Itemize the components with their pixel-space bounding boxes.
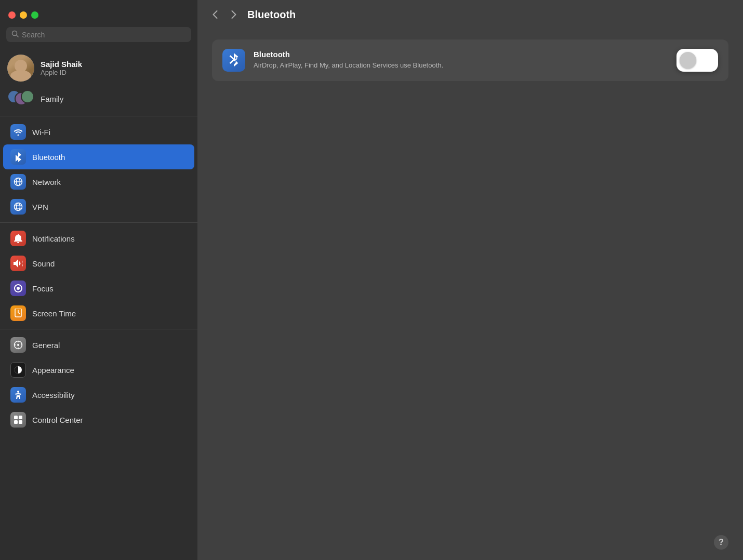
bluetooth-card-icon <box>222 49 245 72</box>
appearance-icon <box>10 362 26 378</box>
search-bar[interactable]: Search <box>6 27 191 42</box>
vpn-icon <box>10 199 26 215</box>
profile-subtitle: Apple ID <box>41 69 82 76</box>
svg-line-1 <box>17 35 19 37</box>
sidebar-item-wifi[interactable]: Wi-Fi <box>3 119 194 144</box>
sidebar-item-vpn[interactable]: VPN <box>3 194 194 219</box>
sidebar-item-notifications-label: Notifications <box>32 234 75 243</box>
focus-icon <box>10 281 26 296</box>
svg-point-19 <box>17 391 19 393</box>
family-avatars <box>7 90 34 108</box>
wifi-icon <box>10 124 26 140</box>
accessibility-icon <box>10 387 26 403</box>
sidebar-item-sound-label: Sound <box>32 259 55 268</box>
search-icon <box>11 30 19 39</box>
main-content: Bluetooth Bluetooth AirDrop, AirPlay, Fi… <box>197 0 743 560</box>
sidebar-item-sound[interactable]: Sound <box>3 251 194 276</box>
svg-rect-21 <box>19 416 22 419</box>
avatar <box>7 55 34 82</box>
sound-icon <box>10 256 26 271</box>
search-placeholder: Search <box>22 31 45 39</box>
minimize-button[interactable] <box>20 11 27 19</box>
profile-name: Sajid Shaik <box>41 60 82 69</box>
fullscreen-button[interactable] <box>31 11 38 19</box>
bluetooth-card-description: AirDrop, AirPlay, Find My, and Location … <box>254 61 668 70</box>
sidebar-item-accessibility-label: Accessibility <box>32 391 75 399</box>
sidebar-item-appearance-label: Appearance <box>32 366 74 375</box>
svg-line-11 <box>18 313 20 314</box>
sidebar-item-bluetooth-label: Bluetooth <box>32 153 65 162</box>
close-button[interactable] <box>8 11 16 19</box>
divider-3 <box>0 329 197 329</box>
profile-section[interactable]: Sajid Shaik Apple ID <box>0 50 197 87</box>
back-button[interactable] <box>208 7 222 22</box>
screentime-icon <box>10 305 26 321</box>
divider-1 <box>0 116 197 116</box>
sidebar: Search Sajid Shaik Apple ID Family Wi <box>0 0 197 560</box>
svg-point-6 <box>17 203 20 211</box>
sidebar-item-general-label: General <box>32 341 60 350</box>
page-title: Bluetooth <box>247 9 296 21</box>
network-icon <box>10 174 26 190</box>
svg-point-5 <box>15 203 22 211</box>
family-label: Family <box>41 95 63 103</box>
controlcenter-icon <box>10 412 26 428</box>
forward-button[interactable] <box>227 7 241 22</box>
notifications-icon <box>10 231 26 246</box>
sidebar-item-screentime-label: Screen Time <box>32 309 76 318</box>
bluetooth-toggle[interactable] <box>676 49 718 72</box>
family-section[interactable]: Family <box>0 87 197 113</box>
sidebar-item-appearance[interactable]: Appearance <box>3 357 194 382</box>
bluetooth-card-title: Bluetooth <box>254 50 668 59</box>
traffic-lights <box>0 6 197 27</box>
help-button[interactable]: ? <box>714 535 728 550</box>
sidebar-item-controlcenter-label: Control Center <box>32 416 83 424</box>
content-area: Bluetooth AirDrop, AirPlay, Find My, and… <box>197 29 743 560</box>
sidebar-item-network[interactable]: Network <box>3 169 194 194</box>
sidebar-item-focus-label: Focus <box>32 284 54 293</box>
svg-rect-22 <box>14 420 18 424</box>
general-icon <box>10 337 26 353</box>
sidebar-item-accessibility[interactable]: Accessibility <box>3 382 194 407</box>
profile-info: Sajid Shaik Apple ID <box>41 60 82 76</box>
bluetooth-icon <box>10 149 26 165</box>
sidebar-item-focus[interactable]: Focus <box>3 276 194 301</box>
sidebar-item-general[interactable]: General <box>3 332 194 357</box>
sidebar-item-controlcenter[interactable]: Control Center <box>3 407 194 432</box>
sidebar-item-wifi-label: Wi-Fi <box>32 128 50 137</box>
svg-rect-23 <box>19 420 22 424</box>
bluetooth-card-text: Bluetooth AirDrop, AirPlay, Find My, and… <box>254 50 668 70</box>
bluetooth-card: Bluetooth AirDrop, AirPlay, Find My, and… <box>212 39 728 81</box>
toggle-knob <box>680 52 696 69</box>
divider-2 <box>0 222 197 223</box>
svg-rect-20 <box>14 416 18 419</box>
sidebar-item-bluetooth[interactable]: Bluetooth <box>3 144 194 169</box>
family-avatar-3 <box>21 90 34 103</box>
svg-point-13 <box>17 344 19 346</box>
topbar: Bluetooth <box>197 0 743 29</box>
sidebar-item-network-label: Network <box>32 178 61 186</box>
sidebar-item-notifications[interactable]: Notifications <box>3 226 194 251</box>
sidebar-item-screentime[interactable]: Screen Time <box>3 301 194 326</box>
sidebar-item-vpn-label: VPN <box>32 203 48 211</box>
